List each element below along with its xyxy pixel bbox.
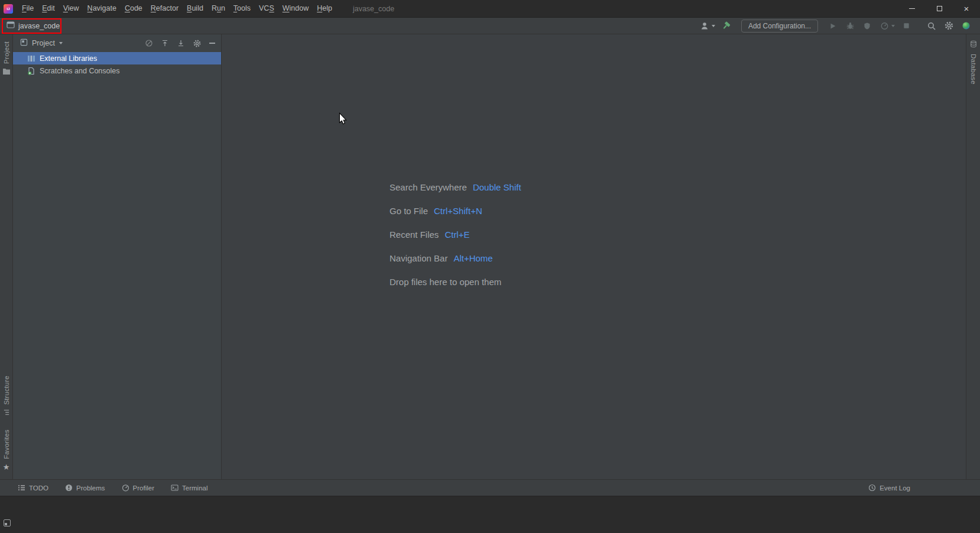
database-icon — [970, 40, 977, 50]
database-stripe-label: Database — [970, 54, 977, 85]
scratches-icon — [27, 67, 36, 75]
toolwindow-button-label: Terminal — [182, 484, 207, 492]
intellij-idea-window: { "window": { "title": "javase_code" }, … — [0, 0, 980, 533]
profiler-run-button[interactable] — [878, 20, 895, 33]
ide-updates-button[interactable] — [960, 20, 972, 33]
minimize-button[interactable] — [898, 0, 926, 17]
problems-icon — [65, 484, 73, 492]
hint-label: Go to File — [390, 206, 428, 216]
search-everywhere-button[interactable] — [926, 20, 937, 33]
menu-code[interactable]: Code — [121, 0, 147, 17]
tree-item-external-libraries[interactable]: External Libraries — [13, 52, 221, 64]
menu-edit[interactable]: Edit — [38, 0, 59, 17]
collapse-all-button[interactable] — [177, 39, 185, 47]
shortcut-hint: Navigation BarAlt+Home — [390, 246, 521, 270]
toolwindow-button-database[interactable]: Database — [970, 40, 977, 85]
run-with-coverage-button[interactable] — [861, 20, 873, 33]
menu-view[interactable]: View — [59, 0, 83, 17]
toolbar-actions: Add Configuration... — [699, 20, 980, 33]
toolwindow-button-label: Event Log — [880, 484, 910, 492]
chevron-down-icon — [712, 25, 715, 27]
expand-all-button[interactable] — [161, 39, 169, 47]
todo-icon — [18, 484, 25, 492]
collaborate-button[interactable] — [699, 20, 715, 33]
gear-icon — [944, 21, 954, 31]
shortcut-hint: Drop files here to open them — [390, 270, 521, 293]
shortcut-hint: Go to FileCtrl+Shift+N — [390, 199, 521, 222]
toolwindow-button-todo[interactable]: TODO — [18, 484, 48, 492]
library-icon — [27, 54, 36, 63]
toolwindow-button-project[interactable]: Project — [2, 41, 11, 77]
search-icon — [927, 21, 936, 31]
project-panel-header: Project — [13, 34, 221, 52]
menu-vcs[interactable]: VCS — [255, 0, 278, 17]
mouse-cursor — [339, 112, 347, 125]
toolwindow-button-profiler[interactable]: Profiler — [122, 484, 154, 492]
menu-tools[interactable]: Tools — [229, 0, 255, 17]
expand-all-icon — [161, 39, 169, 47]
menu-navigate[interactable]: Navigate — [83, 0, 121, 17]
hint-label: Recent Files — [390, 230, 439, 240]
toolwindow-button-problems[interactable]: Problems — [65, 484, 105, 492]
toolwindow-button-event-log[interactable]: Event Log — [868, 484, 910, 492]
minimize-icon — [209, 43, 215, 44]
hammer-icon — [721, 21, 731, 31]
chevron-down-icon — [891, 25, 895, 27]
stop-icon — [903, 22, 910, 30]
terminal-icon — [171, 484, 179, 492]
menu-refactor[interactable]: Refactor — [147, 0, 183, 17]
hide-panel-button[interactable] — [209, 43, 215, 44]
debug-bug-icon — [846, 21, 855, 30]
favorites-stripe-label: Favorites — [3, 429, 10, 459]
run-icon — [829, 22, 837, 30]
menu-file[interactable]: File — [18, 0, 38, 17]
locate-file-button[interactable] — [145, 39, 153, 47]
hint-shortcut: Alt+Home — [453, 253, 492, 263]
build-project-button[interactable] — [721, 20, 732, 33]
structure-stripe-label: Structure — [3, 376, 10, 405]
menu-build[interactable]: Build — [183, 0, 207, 17]
tree-item-scratches-and-consoles[interactable]: Scratches and Consoles — [13, 64, 221, 77]
project-panel-title: Project — [32, 39, 55, 47]
breadcrumb-label: javase_code — [18, 22, 60, 30]
bottom-tool-stripe: TODOProblemsProfilerTerminal Event Log — [0, 479, 980, 496]
debug-button[interactable] — [844, 20, 856, 33]
run-button[interactable] — [827, 20, 839, 33]
hint-label: Drop files here to open them — [390, 277, 501, 287]
menu-run[interactable]: Run — [207, 0, 229, 17]
folder-icon — [2, 68, 11, 77]
hint-shortcut: Ctrl+Shift+N — [434, 206, 482, 216]
hint-label: Search Everywhere — [390, 182, 467, 192]
panel-header-actions — [145, 39, 215, 48]
coverage-shield-icon — [863, 22, 871, 30]
star-icon: ★ — [3, 463, 10, 471]
tree-item-label: External Libraries — [40, 54, 97, 63]
toolwindow-button-structure[interactable]: Structure — [3, 376, 10, 418]
intellij-logo-icon: IJ — [4, 4, 13, 14]
toolwindow-button-terminal[interactable]: Terminal — [171, 484, 207, 492]
shortcut-hint: Search EverywhereDouble Shift — [390, 175, 521, 199]
close-button[interactable]: × — [953, 0, 980, 17]
stop-button[interactable] — [900, 20, 912, 33]
settings-button[interactable] — [943, 20, 955, 33]
project-view-icon — [20, 38, 28, 48]
panel-settings-button[interactable] — [193, 39, 202, 48]
toolwindow-switcher-icon[interactable] — [4, 519, 11, 526]
add-configuration-button[interactable]: Add Configuration... — [741, 20, 818, 33]
sphere-icon — [962, 21, 971, 30]
hint-label: Navigation Bar — [390, 253, 447, 263]
profiler-icon — [122, 484, 129, 492]
menu-window[interactable]: Window — [278, 0, 313, 17]
chevron-down-icon[interactable] — [59, 42, 63, 44]
menu-help[interactable]: Help — [313, 0, 336, 17]
user-icon — [699, 20, 710, 33]
locate-icon — [145, 39, 153, 47]
maximize-icon — [937, 6, 942, 11]
breadcrumb[interactable]: javase_code — [0, 21, 60, 31]
editor-area[interactable]: Search EverywhereDouble ShiftGo to FileC… — [221, 34, 966, 479]
bottom-stripe-left: TODOProblemsProfilerTerminal — [18, 484, 225, 492]
profiler-gauge-icon — [878, 20, 890, 33]
maximize-button[interactable] — [926, 0, 953, 17]
window-controls: × — [898, 0, 980, 17]
toolwindow-button-favorites[interactable]: Favorites ★ — [3, 429, 10, 471]
